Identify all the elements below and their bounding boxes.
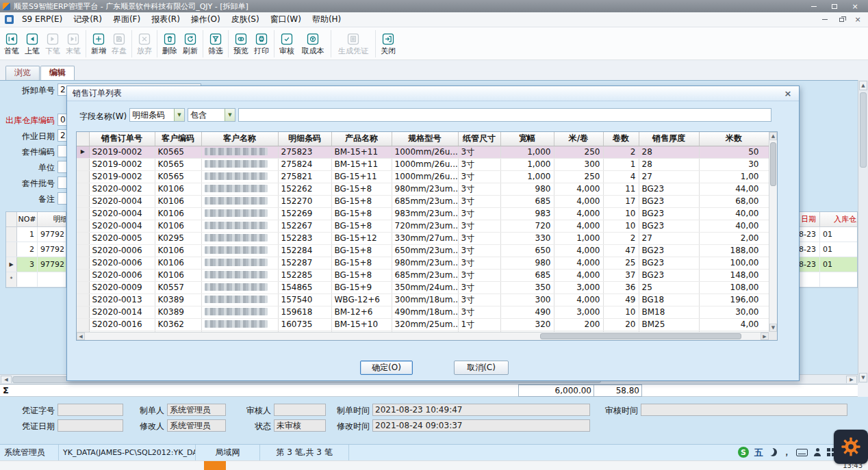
col-header-roll-count[interactable]: 卷数 [603,132,639,146]
minimize-icon[interactable] [804,0,824,12]
toolbar-button-audit[interactable]: 审核 [277,28,297,60]
create-time-input[interactable]: 2021-08-23 10:49:47 [372,404,590,416]
col-header-meters[interactable]: 米数 [699,132,769,146]
menu-item-0[interactable]: S9 ERP(E) [16,12,68,27]
child-restore-icon[interactable] [833,14,850,26]
punctuation-icon[interactable]: ， [782,448,791,456]
toolbar-button-refresh[interactable]: 刷新 [180,28,201,60]
col-header-tube-size[interactable]: 纸管尺寸 [458,132,500,146]
menu-item-7[interactable]: 帮助(H) [307,12,346,27]
chevron-down-icon[interactable]: ▼ [225,109,235,121]
horizontal-scroll-thumb[interactable] [540,333,741,339]
order-row[interactable]: S2020-0016K0362160735BM-15+10320mm/25um.… [77,318,769,330]
tab-edit[interactable]: 编辑 [40,66,75,80]
grid-row[interactable]: ▶397792 [6,257,66,272]
keyboard-icon[interactable] [796,449,808,456]
toolbar-button-first[interactable]: 首笔 [1,28,22,60]
scroll-right-icon[interactable]: ▶ [761,332,769,340]
toolbar-button-filter[interactable]: 筛选 [205,28,226,60]
menu-item-5[interactable]: 皮肤(S) [226,12,265,27]
scroll-up-icon[interactable]: ▲ [769,132,777,140]
filter-value-input[interactable] [238,108,771,122]
menu-item-3[interactable]: 报表(R) [146,12,186,27]
order-row[interactable]: S2019-0002K0565275824BM-15+111000mm/26u.… [77,158,769,170]
grid-row[interactable] [794,272,857,287]
taskbar-app-indicator[interactable] [204,461,226,470]
order-row[interactable]: S2020-0013K0389157540WBG-12+6300mm/18um.… [77,293,769,306]
maximize-icon[interactable] [824,0,845,12]
scroll-up-icon[interactable]: ▲ [859,81,867,90]
order-row[interactable]: S2020-0006K0106152287BG-15+8980mm/23um..… [77,257,769,269]
order-row[interactable]: S2019-0002K0565275821BG-15+111000mm/26u.… [77,170,769,183]
col-header-detail-barcode[interactable]: 明细条码 [278,132,331,146]
ok-button[interactable]: 确定(O) [360,361,413,375]
col-header-customer-code[interactable]: 客户编码 [155,132,201,146]
order-row[interactable]: S2020-0005K0295152283BG-15+12330mm/27um.… [77,232,769,244]
scroll-left-icon[interactable]: ◀ [1,376,12,383]
wubi-icon[interactable]: 五 [754,448,763,457]
main-vertical-scrollbar[interactable]: ▲ ▼ [858,80,868,383]
grid-row[interactable]: 8-2301 [794,257,857,272]
modifier-input[interactable]: 系统管理员 [167,419,226,432]
child-close-icon[interactable]: × [850,14,866,26]
child-minimize-icon[interactable] [817,14,833,26]
vertical-scroll-thumb[interactable] [860,92,867,168]
toolbar-button-prev[interactable]: 上笔 [22,28,42,60]
sogou-logo-icon[interactable]: S [738,447,749,458]
order-row[interactable]: S2020-0004K0106152269BG-15+8983mm/23um..… [77,207,769,220]
vertical-scroll-thumb[interactable] [770,142,776,186]
grid-row[interactable]: * [6,272,66,287]
tab-browse[interactable]: 浏览 [5,66,40,80]
grid-row[interactable]: 297792 [6,242,66,257]
audit-time-input[interactable] [641,404,847,416]
order-row[interactable]: S2020-0004K0106152270BG-15+8685mm/23um..… [77,195,769,207]
toolbar-button-cost[interactable]: 取成本 [297,28,329,60]
col-header-order-no[interactable]: 销售订单号 [89,132,155,146]
auditor-input[interactable] [274,404,326,416]
moon-icon[interactable] [769,448,777,456]
operator-select[interactable]: 包含 ▼ [188,108,235,122]
order-row[interactable]: S2020-0004K0106152267BG-15+8720mm/23um..… [77,220,769,232]
table-vertical-scrollbar[interactable]: ▲ ▼ [769,132,777,332]
cell-customer-code: K0389 [155,306,201,318]
scroll-left-icon[interactable]: ◀ [77,332,85,340]
scroll-down-icon[interactable]: ▼ [859,373,867,382]
toolbar-button-add[interactable]: 新增 [88,28,109,60]
toolbar-button-delete[interactable]: 删除 [159,28,180,60]
cancel-button[interactable]: 取消(C) [454,361,509,375]
col-header-meters-per-roll[interactable]: 米/卷 [554,132,603,146]
menu-item-6[interactable]: 窗口(W) [265,12,307,27]
grid-row[interactable]: 197792 [6,227,66,242]
order-row[interactable]: S2020-0006K0106152284BG-15+8650mm/23um..… [77,244,769,257]
menu-item-1[interactable]: 记录(R) [68,12,107,27]
assistant-widget[interactable] [834,430,868,464]
modify-time-input[interactable]: 2021-08-24 09:03:37 [372,419,590,432]
scroll-right-icon[interactable]: ▶ [846,376,857,383]
order-row[interactable]: ▶S2019-0002K0565275823BM-15+111000mm/26u… [77,146,769,158]
grid-row[interactable]: 8-2301 [794,242,857,257]
order-row[interactable]: S2020-0009K0557154865BG-15+9350mm/24um..… [77,281,769,293]
menu-item-2[interactable]: 界面(F) [107,12,146,27]
order-row[interactable]: S2020-0006K0106152285BG-15+8685mm/23um..… [77,269,769,281]
person-icon[interactable] [813,448,821,456]
close-icon[interactable]: × [845,0,865,12]
col-header-width[interactable]: 宽幅 [500,132,554,146]
order-row[interactable]: S2020-0002K0106152262BG-15+8980mm/23um..… [77,183,769,195]
dialog-close-icon[interactable]: × [782,89,793,98]
chevron-down-icon[interactable]: ▼ [174,109,184,121]
toolbar-button-preview[interactable]: 预览 [231,28,251,60]
toolbar-button-close[interactable]: 关闭 [378,28,398,60]
creator-input[interactable]: 系统管理员 [167,404,226,416]
toolbar-button-print[interactable]: 打印 [251,28,272,60]
grid-row[interactable]: 8-2301 [794,227,857,242]
col-header-thickness[interactable]: 销售厚度 [639,132,699,146]
col-header-spec-model[interactable]: 规格型号 [392,132,458,146]
status-input[interactable]: 未审核 [274,419,326,432]
table-horizontal-scrollbar[interactable]: ◀ ▶ [77,332,769,340]
col-header-product-name[interactable]: 产品名称 [331,132,392,146]
field-name-select[interactable]: 明细条码 ▼ [129,108,185,122]
col-header-customer-name[interactable]: 客户名称 [201,132,278,146]
order-row[interactable]: S2020-0014K0389159618BM-12+6490mm/18um..… [77,306,769,318]
scroll-down-icon[interactable]: ▼ [769,324,777,332]
menu-item-4[interactable]: 操作(O) [186,12,226,27]
